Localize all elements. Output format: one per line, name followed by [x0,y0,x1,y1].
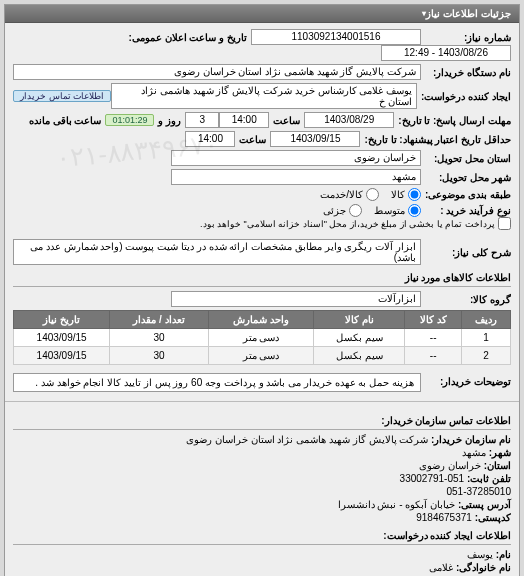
respond-date-field: 1403/08/29 [304,112,394,128]
respond-until-label: مهلت ارسال پاسخ: تا تاریخ: [394,115,511,126]
table-cell: 1 [462,329,511,347]
goods-group-label: گروه کالا: [421,294,511,305]
table-cell: -- [405,329,462,347]
table-cell: 30 [110,329,208,347]
buy-type-label: نوع فرآیند خرید : [421,205,511,216]
table-cell: دسی متر [208,329,314,347]
delivery-prov-label: استان محل تحویل: [421,153,511,164]
fname-label: نام: [496,549,511,560]
goods-table: ردیف کد کالا نام کالا واحد شمارش تعداد /… [13,310,511,365]
phone2-value: 051-37285010 [446,486,511,497]
days-label: روز و [154,115,185,126]
pkg-type-label: طبقه بندی موضوعی: [421,189,511,200]
radio-partial-input[interactable] [349,204,362,217]
respond-time-field: 14:00 [219,112,269,128]
phone-label: تلفن ثابت: [467,473,511,484]
remaining-label: ساعت باقی مانده [25,115,106,126]
th-5: تاریخ نیاز [14,311,110,329]
panel-header[interactable]: جزئیات اطلاعات نیاز ▾ [5,5,519,23]
details-panel: جزئیات اطلاعات نیاز ▾ شماره نیاز: 110309… [4,4,520,576]
th-4: تعداد / مقدار [110,311,208,329]
phone-value: 051-33002791 [400,473,465,484]
table-cell: 1403/09/15 [14,347,110,365]
chk-pay[interactable]: پرداخت تمام یا بخشی از مبلغ خرید،از محل … [200,217,511,230]
lname-value: غلامی [429,562,453,573]
radio-khadamat[interactable]: کالا/خدمت [320,188,379,201]
buyer-notes-field: هزینه حمل به عهده خریدار می باشد و پرداخ… [13,373,421,392]
table-header-row: ردیف کد کالا نام کالا واحد شمارش تعداد /… [14,311,511,329]
panel-title: جزئیات اطلاعات نیاز [426,8,511,19]
buyer-org-label: نام دستگاه خریدار: [421,67,511,78]
valid-until-label: حداقل تاریخ اعتبار پیشنهاد: تا تاریخ: [360,134,511,145]
province-label: استان: [484,460,511,471]
org-name-label: نام سازمان خریدار: [431,434,511,445]
requester-field: یوسف غلامی کارشناس خرید شرکت پالایش گاز … [111,83,417,109]
radio-mid[interactable]: متوسط [374,204,421,217]
org-name-value: شرکت پالایش گاز شهید هاشمی نژاد استان خر… [186,434,428,445]
delivery-city-label: شهر محل تحویل: [421,172,511,183]
table-cell: 1403/09/15 [14,329,110,347]
radio-partial[interactable]: جزئی [323,204,362,217]
city-label: شهر: [489,447,511,458]
time-label-2: ساعت [235,134,270,145]
days-left-field: 3 [185,112,219,128]
address-label: آدرس پستی: [458,499,511,510]
radio-mid-input[interactable] [408,204,421,217]
goods-group-field: ابزارآلات [171,291,421,307]
delivery-prov-field: خراسان رضوی [171,150,421,166]
province-value: خراسان رضوی [419,460,481,471]
collapse-icon[interactable]: ▾ [422,9,426,18]
buyer-org-field: شرکت پالایش گاز شهید هاشمی نژاد استان خر… [13,64,421,80]
goods-info-title: اطلاعات کالاهای مورد نیاز [13,269,511,287]
buyer-contact-tag[interactable]: اطلاعات تماس خریدار [13,90,111,102]
valid-time-field: 14:00 [185,131,235,147]
th-0: ردیف [462,311,511,329]
requester-label: ایجاد کننده درخواست: [417,91,511,102]
radio-kala-input[interactable] [408,188,421,201]
table-cell: سیم بکسل [314,329,405,347]
requester-header: اطلاعات ایجاد کننده درخواست: [13,527,511,545]
lname-label: نام خانوادگی: [456,562,511,573]
overall-desc-field: ابزار آلات ریگری وایر مطابق مشخصات ارائه… [13,239,421,265]
buyer-notes-label: توضیحات خریدار: [421,376,511,387]
postcode-label: کدپستی: [475,512,511,523]
table-cell: 30 [110,347,208,365]
th-3: واحد شمارش [208,311,314,329]
time-label-1: ساعت [269,115,304,126]
contact-header: اطلاعات تماس سازمان خریدار: [13,412,511,430]
valid-date-field: 1403/09/15 [270,131,360,147]
overall-desc-label: شرح کلی نیاز: [421,247,511,258]
table-cell: 2 [462,347,511,365]
need-no-label: شماره نیاز: [421,32,511,43]
table-row[interactable]: 1--سیم بکسلدسی متر301403/09/15 [14,329,511,347]
delivery-city-field: مشهد [171,169,421,185]
radio-kala[interactable]: کالا [391,188,421,201]
time-left-tag: 01:01:29 [105,114,154,126]
table-cell: دسی متر [208,347,314,365]
table-row[interactable]: 2--سیم بکسلدسی متر301403/09/15 [14,347,511,365]
table-cell: -- [405,347,462,365]
city-value: مشهد [462,447,486,458]
th-1: کد کالا [405,311,462,329]
panel-content: شماره نیاز: 1103092134001516 تاریخ و ساع… [5,23,519,401]
announce-dt-label: تاریخ و ساعت اعلان عمومی: [125,32,251,43]
chk-pay-input[interactable] [498,217,511,230]
contact-section: اطلاعات تماس سازمان خریدار: نام سازمان خ… [5,401,519,576]
radio-khadamat-input[interactable] [366,188,379,201]
table-cell: سیم بکسل [314,347,405,365]
postcode-value: 9184675371 [416,512,472,523]
address-value: خیابان آبکوه - نبش دانشسرا [338,499,455,510]
need-no-field: 1103092134001516 [251,29,421,45]
fname-value: یوسف [467,549,493,560]
announce-dt-field: 1403/08/26 - 12:49 [381,45,511,61]
th-2: نام کالا [314,311,405,329]
